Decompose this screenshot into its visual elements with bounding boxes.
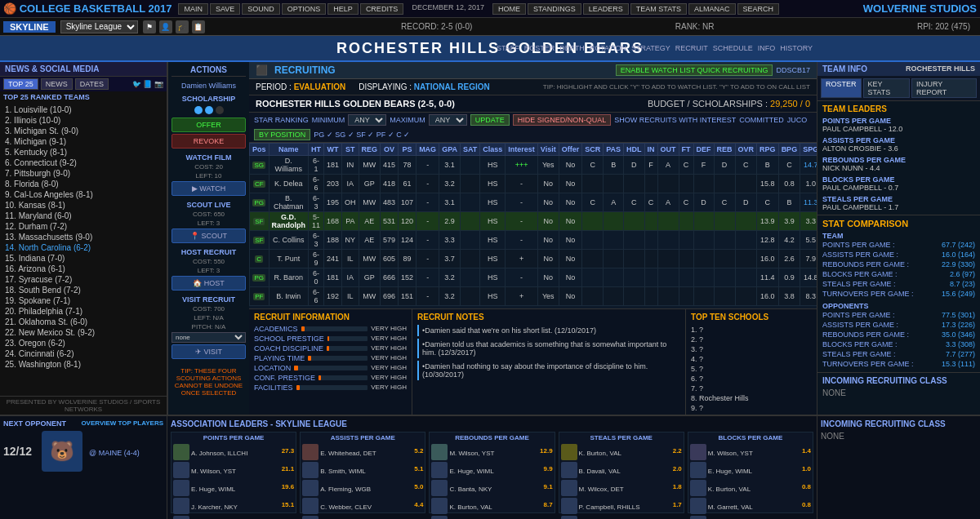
col-name[interactable]: Name: [269, 144, 309, 156]
nav-almanac[interactable]: ALMANAC: [688, 3, 736, 15]
schedule-btn[interactable]: SCHEDULE: [713, 44, 753, 52]
scout-button[interactable]: 📍 SCOUT: [172, 228, 246, 243]
watch-film-button[interactable]: ▶ WATCH: [172, 181, 246, 196]
team-7[interactable]: 7. Pittsburgh (9-0): [3, 168, 163, 179]
nav-options[interactable]: OPTIONS: [282, 3, 327, 15]
team-3[interactable]: 3. Michigan St. (9-0): [3, 126, 163, 136]
roster-btn[interactable]: ROSTER: [524, 44, 555, 52]
nav-sound[interactable]: SOUND: [242, 3, 280, 15]
team-17[interactable]: 17. Syracuse (7-2): [3, 274, 163, 285]
nav-leaders[interactable]: LEADERS: [583, 3, 629, 15]
staff-btn[interactable]: STAFF: [497, 44, 519, 52]
visit-button[interactable]: ✈ VISIT: [172, 344, 246, 359]
col-reg[interactable]: REG: [359, 144, 381, 156]
team-19[interactable]: 19. Spokane (7-1): [3, 295, 163, 306]
tab-injury-report[interactable]: INJURY REPORT: [911, 78, 977, 98]
enable-watchlist-btn[interactable]: ENABLE WATCH LIST QUICK RECRUITING: [616, 64, 773, 76]
table-row[interactable]: PGB. Chatman6-3195OHMW483107-3.1HS-NoNoC…: [250, 193, 817, 212]
tab-roster[interactable]: ROSTER: [821, 78, 862, 98]
col-hdl[interactable]: HDL: [624, 144, 645, 156]
col-pos[interactable]: Pos: [250, 144, 270, 156]
col-rpg[interactable]: RPG: [757, 144, 779, 156]
nav-credits[interactable]: CREDITS: [360, 3, 404, 15]
nav-standings[interactable]: STANDINGS: [528, 3, 581, 15]
filter-min-select[interactable]: ANY: [348, 114, 386, 126]
team-22[interactable]: 22. New Mexico St. (9-2): [3, 327, 163, 338]
col-gpa[interactable]: GPA: [439, 144, 461, 156]
table-row[interactable]: SFC. Collins6-3188NYAE579124-3.3HS-NoNo1…: [250, 231, 817, 250]
offer-button[interactable]: OFFER: [172, 118, 246, 132]
rotation-btn[interactable]: ROTATION: [590, 44, 626, 52]
by-position-btn[interactable]: BY POSITION: [254, 129, 310, 140]
col-out[interactable]: OUT: [657, 144, 679, 156]
team-6[interactable]: 6. Connecticut (9-2): [3, 157, 163, 168]
team-20[interactable]: 20. Philadelphia (7-1): [3, 306, 163, 317]
recruit-btn[interactable]: RECRUIT: [675, 44, 708, 52]
team-12[interactable]: 12. Durham (7-2): [3, 221, 163, 232]
col-spg[interactable]: SPG: [800, 144, 817, 156]
icon1[interactable]: ⚑: [143, 20, 156, 33]
col-ov[interactable]: OV: [381, 144, 399, 156]
col-mag[interactable]: MAG: [416, 144, 439, 156]
col-st[interactable]: ST: [342, 144, 359, 156]
team-10[interactable]: 10. Kansas (8-1): [3, 200, 163, 211]
table-row-selected[interactable]: SFG.D. Randolph5-11168PAAE531120-2.9HS-N…: [250, 212, 817, 231]
table-row[interactable]: PFB. Irwin6-6192ILMW696151-3.2HS+YesNo16…: [250, 287, 817, 306]
nav-save[interactable]: SAVE: [210, 3, 240, 15]
history-btn[interactable]: HISTORY: [780, 44, 813, 52]
col-ht[interactable]: HT: [309, 144, 324, 156]
team-14[interactable]: 14. North Carolina (6-2): [3, 242, 163, 253]
team-13[interactable]: 13. Massachusetts (9-0): [3, 232, 163, 242]
team-11[interactable]: 11. Maryland (6-0): [3, 211, 163, 221]
team-18[interactable]: 18. South Bend (7-2): [3, 285, 163, 295]
col-interest[interactable]: Interest: [506, 144, 538, 156]
update-button[interactable]: UPDATE: [470, 114, 510, 126]
icon3[interactable]: 🎓: [176, 20, 189, 33]
tab-key-stats[interactable]: KEY STATS: [863, 78, 910, 98]
tab-dates[interactable]: DATES: [75, 78, 109, 90]
col-pas[interactable]: PAS: [604, 144, 624, 156]
revoke-button[interactable]: REVOKE: [172, 134, 246, 149]
col-class[interactable]: Class: [480, 144, 506, 156]
col-def[interactable]: DEF: [693, 144, 714, 156]
depth-btn[interactable]: DEPTH: [559, 44, 585, 52]
host-button[interactable]: 🏠 HOST: [172, 276, 246, 291]
nav-help[interactable]: HELP: [327, 3, 359, 15]
team-16[interactable]: 16. Arizona (6-1): [3, 264, 163, 274]
nav-home[interactable]: HOME: [492, 3, 526, 15]
tab-top25[interactable]: TOP 25: [3, 78, 38, 90]
table-row[interactable]: PGR. Baron6-0181IAGP666152-3.2HS-NoNo11.…: [250, 268, 817, 287]
col-ovr[interactable]: OVR: [735, 144, 757, 156]
team-5[interactable]: 5. Kentucky (8-1): [3, 147, 163, 157]
col-ft[interactable]: FT: [679, 144, 693, 156]
league-select[interactable]: Skyline League: [60, 20, 138, 33]
col-in[interactable]: IN: [644, 144, 657, 156]
tab-news[interactable]: NEWS: [41, 78, 73, 90]
icon4[interactable]: 📋: [192, 20, 205, 33]
info-btn[interactable]: INFO: [758, 44, 776, 52]
nav-search[interactable]: SEARCH: [737, 3, 780, 15]
col-wt[interactable]: WT: [324, 144, 342, 156]
team-1[interactable]: 1. Louisville (10-0): [3, 104, 163, 115]
icon2[interactable]: 👤: [159, 20, 172, 33]
visit-select[interactable]: none: [172, 332, 246, 343]
col-bpg[interactable]: BPG: [778, 144, 800, 156]
table-row[interactable]: CT. Punt6-9241ILMW60589-3.7HS+NoNo16.02.…: [250, 250, 817, 268]
team-24[interactable]: 24. Cincinnati (6-2): [3, 348, 163, 359]
nav-teamstats[interactable]: TEAM STATS: [630, 3, 687, 15]
col-visit[interactable]: Visit: [537, 144, 559, 156]
col-offer[interactable]: Offer: [559, 144, 582, 156]
team-25[interactable]: 25. Washington (8-1): [3, 359, 163, 370]
team-4[interactable]: 4. Michigan (9-1): [3, 136, 163, 147]
strategy-btn[interactable]: STRATEGY: [631, 44, 670, 52]
col-ps[interactable]: PS: [399, 144, 416, 156]
team-2[interactable]: 2. Illinois (10-0): [3, 115, 163, 126]
team-8[interactable]: 8. Florida (8-0): [3, 179, 163, 189]
table-row[interactable]: CFK. Delea6-6203IAGP41861-3.2HS-NoNo15.8…: [250, 175, 817, 193]
team-21[interactable]: 21. Oklahoma St. (6-0): [3, 317, 163, 327]
team-15[interactable]: 15. Indiana (7-0): [3, 253, 163, 264]
team-23[interactable]: 23. Oregon (6-2): [3, 338, 163, 348]
col-sat[interactable]: SAT: [460, 144, 479, 156]
col-scr[interactable]: SCR: [582, 144, 604, 156]
table-row[interactable]: SGD. Williams6-1181INMW41578-3.1HS+++Yes…: [250, 156, 817, 175]
